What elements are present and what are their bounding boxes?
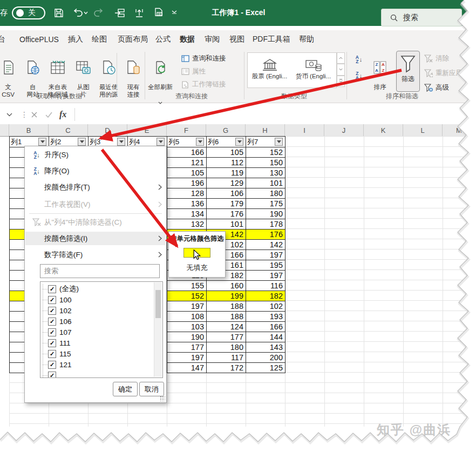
from-picture-button[interactable]: 从图 片 bbox=[71, 51, 95, 113]
cell[interactable]: 143 bbox=[246, 342, 285, 353]
cell[interactable]: 125 bbox=[246, 363, 285, 373]
tab-view[interactable]: 视图 bbox=[229, 30, 244, 49]
cell[interactable]: 200 bbox=[246, 353, 285, 363]
cell[interactable]: 160 bbox=[207, 281, 246, 291]
fill-up-button[interactable] bbox=[134, 0, 145, 26]
filter-check-item[interactable]: ✓(全选) bbox=[40, 284, 162, 294]
gallery-down-button[interactable] bbox=[337, 64, 345, 75]
cell[interactable]: 129 bbox=[207, 178, 246, 188]
sort-asc-button[interactable]: AZ↓ bbox=[351, 53, 367, 66]
gallery-up-button[interactable] bbox=[337, 52, 345, 64]
filter-check-item[interactable]: ✓111 bbox=[40, 338, 162, 348]
undo-button[interactable] bbox=[73, 0, 88, 26]
save-button[interactable] bbox=[54, 0, 64, 26]
filter-check-item[interactable]: ✓107 bbox=[40, 327, 162, 338]
reapply-filter-button[interactable]: 重新应用 bbox=[424, 69, 463, 78]
tab-data[interactable]: 数据 bbox=[180, 30, 195, 50]
tab-pdf-toolbox[interactable]: PDF工具箱 bbox=[253, 30, 290, 49]
cell[interactable]: 182 bbox=[246, 291, 285, 301]
filter-dropdown-button[interactable] bbox=[235, 138, 243, 146]
checkbox-checked-icon[interactable]: ✓ bbox=[48, 328, 56, 336]
cell[interactable]: 105 bbox=[167, 168, 207, 178]
cell[interactable]: 152 bbox=[246, 147, 285, 158]
cell[interactable]: 142 bbox=[246, 240, 285, 250]
cell[interactable]: 102 bbox=[246, 301, 285, 312]
filter-header-cell[interactable]: 列7 bbox=[246, 137, 285, 147]
print-preview-button[interactable] bbox=[153, 0, 164, 26]
cell[interactable]: 190 bbox=[167, 332, 207, 342]
cell[interactable]: 117 bbox=[207, 353, 246, 363]
cell[interactable]: 101 bbox=[207, 219, 246, 230]
cell[interactable]: 108 bbox=[167, 312, 207, 322]
workbook-links-button[interactable]: 工作簿链接 bbox=[181, 80, 226, 89]
tab-officeplus[interactable]: OfficePLUS bbox=[19, 30, 59, 49]
filter-search-input[interactable]: 搜索 bbox=[40, 264, 160, 278]
column-header[interactable]: H bbox=[246, 124, 285, 136]
tab-home[interactable]: 台 bbox=[0, 30, 5, 49]
cell[interactable]: 177 bbox=[167, 342, 207, 353]
cell[interactable]: 180 bbox=[246, 188, 285, 199]
properties-button[interactable]: 属性 bbox=[181, 67, 206, 76]
cell[interactable]: 196 bbox=[167, 178, 207, 188]
resize-grip[interactable] bbox=[160, 396, 165, 401]
cell[interactable]: 155 bbox=[167, 281, 207, 291]
filter-header-cell[interactable]: 列5 bbox=[167, 137, 207, 147]
filter-check-item[interactable]: ✓100 bbox=[40, 294, 162, 305]
filter-dropdown-button[interactable] bbox=[196, 138, 204, 146]
cell[interactable]: 175 bbox=[246, 199, 285, 209]
cell[interactable]: 130 bbox=[246, 168, 285, 178]
cell[interactable]: 124 bbox=[207, 322, 246, 332]
menu-item-sort-by-color[interactable]: 按颜色排序(T) bbox=[25, 180, 166, 194]
cell[interactable]: 136 bbox=[167, 199, 207, 209]
cell[interactable]: 128 bbox=[167, 188, 207, 199]
sort-desc-button[interactable]: ZA↓ bbox=[351, 69, 367, 82]
cell[interactable]: 152 bbox=[167, 291, 207, 301]
checkbox-checked-icon[interactable]: ✓ bbox=[48, 307, 56, 315]
cell[interactable]: 172 bbox=[207, 363, 246, 373]
column-header[interactable]: F bbox=[167, 124, 206, 136]
cell[interactable]: 150 bbox=[246, 158, 285, 168]
cell[interactable]: 177 bbox=[207, 332, 246, 342]
insert-function-button[interactable]: fx bbox=[59, 105, 66, 124]
clear-filter-button[interactable]: 清除 bbox=[424, 54, 449, 63]
tab-review[interactable]: 审阅 bbox=[205, 30, 220, 49]
tab-page-layout[interactable]: 页面布局 bbox=[118, 30, 148, 49]
advanced-filter-button[interactable]: 高级 bbox=[424, 83, 449, 92]
cell[interactable]: 144 bbox=[246, 332, 285, 342]
filter-check-item[interactable]: ✓102 bbox=[40, 305, 162, 316]
column-header[interactable]: G bbox=[206, 124, 246, 136]
name-box-expand-button[interactable] bbox=[6, 105, 12, 124]
currency-data-type[interactable]: 货币 (Engli... bbox=[291, 53, 335, 87]
scrollbar-thumb[interactable] bbox=[155, 290, 161, 318]
column-header[interactable]: B bbox=[9, 124, 49, 136]
existing-connections-button[interactable]: 现有 连接 bbox=[120, 51, 147, 106]
gallery-more-button[interactable] bbox=[337, 76, 345, 87]
checkbox-checked-icon[interactable]: ✓ bbox=[48, 318, 56, 326]
cell[interactable]: 178 bbox=[246, 219, 285, 230]
column-header-a[interactable] bbox=[0, 124, 9, 136]
cell[interactable]: 176 bbox=[207, 209, 246, 219]
column-header[interactable]: I bbox=[285, 124, 324, 136]
cell[interactable]: 188 bbox=[207, 301, 246, 312]
filter-check-item[interactable]: ✓ bbox=[40, 370, 162, 378]
enter-entry-button[interactable] bbox=[45, 105, 52, 124]
filter-button[interactable]: 筛选 bbox=[396, 51, 420, 92]
filter-check-item[interactable]: ✓115 bbox=[40, 348, 162, 359]
cell[interactable]: 197 bbox=[246, 271, 285, 281]
checkbox-checked-icon[interactable]: ✓ bbox=[48, 350, 56, 358]
cell[interactable]: 197 bbox=[167, 353, 207, 363]
cell[interactable]: 101 bbox=[246, 178, 285, 188]
cell[interactable]: 188 bbox=[207, 312, 246, 322]
filter-check-item[interactable]: ✓106 bbox=[40, 316, 162, 327]
formula-bar-handle[interactable]: ⋮ bbox=[21, 105, 28, 124]
cell[interactable]: 199 bbox=[207, 291, 246, 301]
menu-item-sort-descending[interactable]: ZA↓ 降序(O) bbox=[25, 164, 166, 178]
cell[interactable]: 197 bbox=[167, 301, 207, 312]
column-header[interactable]: E bbox=[127, 124, 167, 136]
cancel-button[interactable]: 取消 bbox=[139, 382, 164, 396]
filter-dropdown-button[interactable] bbox=[157, 138, 165, 146]
cell[interactable]: 105 bbox=[207, 147, 246, 158]
cell[interactable]: 166 bbox=[167, 147, 207, 158]
tab-draw[interactable]: 绘图 bbox=[92, 30, 107, 49]
formula-input[interactable] bbox=[78, 106, 476, 123]
